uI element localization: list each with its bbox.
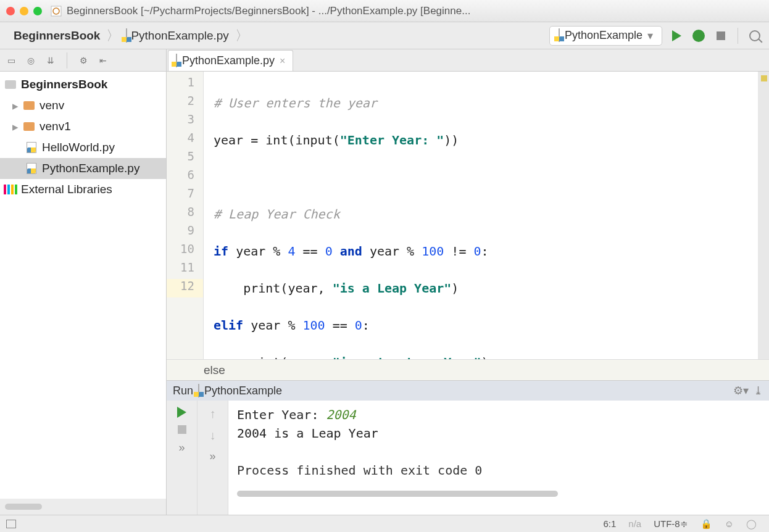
tree-item-venv[interactable]: ▸ venv bbox=[0, 95, 166, 116]
project-tree[interactable]: BeginnersBook ▸ venv ▸ venv1 HelloWorld.… bbox=[0, 72, 166, 499]
line-number: 11 bbox=[167, 260, 203, 279]
feedback-icon[interactable]: ◯ bbox=[740, 518, 763, 530]
code-token: ( bbox=[333, 133, 340, 148]
window-title: BeginnersBook [~/PycharmProjects/Beginne… bbox=[67, 5, 470, 17]
project-sidebar: ▭ ◎ ⇊ ⚙ ⇤ BeginnersBook ▸ venv ▸ venv1 bbox=[0, 49, 167, 515]
code-token: == bbox=[325, 318, 355, 333]
tree-item-label: venv1 bbox=[39, 120, 71, 133]
console-line bbox=[237, 443, 760, 461]
tree-item-pythonexample[interactable]: PythonExample.py bbox=[0, 158, 166, 179]
editor-marker-strip[interactable] bbox=[758, 72, 769, 359]
folder-icon bbox=[22, 122, 36, 131]
line-gutter: 1 2 3 4 5 6 7 8 9 10 11 12 bbox=[167, 72, 204, 359]
run-panel-body: » ↑ ↓ » Enter Year: 2004 2004 is a Leap … bbox=[167, 401, 769, 515]
more-button[interactable]: » bbox=[178, 441, 185, 454]
code-token: year % bbox=[228, 244, 288, 259]
stop-icon bbox=[717, 31, 725, 40]
line-separator[interactable]: n/a bbox=[622, 518, 647, 529]
code-token: != bbox=[444, 244, 473, 259]
more-button[interactable]: » bbox=[209, 450, 215, 463]
editor-tabs: PythonExample.py × bbox=[167, 49, 769, 72]
console-text: Process finished with exit code 0 bbox=[237, 463, 482, 478]
sort-icon: ≑ bbox=[680, 518, 688, 529]
run-panel-left-toolbar: » bbox=[167, 401, 197, 515]
zoom-window-button[interactable] bbox=[33, 7, 42, 15]
editor-area: PythonExample.py × 1 2 3 4 5 6 7 8 9 10 … bbox=[167, 49, 769, 515]
expand-arrow-icon[interactable]: ▸ bbox=[12, 120, 22, 134]
tree-item-helloworld[interactable]: HelloWorld.py bbox=[0, 137, 166, 158]
code-content[interactable]: # User enters the year year = int(input(… bbox=[204, 72, 758, 359]
code-token: elif bbox=[214, 318, 243, 333]
code-token: == bbox=[295, 244, 325, 259]
horizontal-scrollbar[interactable] bbox=[5, 504, 42, 510]
collapse-icon[interactable]: ⇊ bbox=[44, 54, 57, 67]
breadcrumb: BeginnersBook 〉 PythonExample.py 〉 bbox=[6, 27, 549, 45]
line-number: 2 bbox=[167, 94, 203, 112]
breadcrumb-file-label: PythonExample.py bbox=[131, 29, 228, 43]
console-line: 2004 is a Leap Year bbox=[237, 424, 760, 443]
up-arrow-icon[interactable]: ↑ bbox=[210, 407, 216, 421]
bug-icon bbox=[692, 30, 705, 42]
horizontal-scrollbar[interactable] bbox=[237, 491, 558, 497]
hide-icon[interactable]: ⇤ bbox=[97, 54, 109, 67]
close-tab-button[interactable]: × bbox=[280, 56, 285, 67]
editor-tab-label: PythonExample.py bbox=[182, 54, 275, 67]
encoding-selector[interactable]: UTF-8≑ bbox=[647, 518, 694, 530]
console-text: Enter Year: bbox=[237, 407, 326, 422]
run-config-label: PythonExample bbox=[565, 29, 642, 42]
gear-icon[interactable]: ⚙ bbox=[77, 54, 89, 67]
run-button[interactable] bbox=[668, 28, 684, 44]
download-icon[interactable]: ⤓ bbox=[754, 384, 763, 397]
stop-button[interactable] bbox=[713, 28, 729, 44]
tree-item-label: External Libraries bbox=[21, 183, 112, 196]
toolbar-right: PythonExample ▾ bbox=[549, 26, 763, 46]
code-token: int bbox=[265, 133, 288, 148]
tree-root[interactable]: BeginnersBook bbox=[0, 74, 166, 95]
breadcrumb-project[interactable]: BeginnersBook bbox=[6, 28, 104, 44]
tool-windows-button[interactable] bbox=[6, 520, 16, 528]
gear-icon[interactable]: ⚙▾ bbox=[733, 384, 749, 397]
inspector-icon[interactable]: ☺ bbox=[718, 518, 740, 529]
project-view-icon[interactable]: ▭ bbox=[5, 54, 17, 67]
expand-arrow-icon[interactable]: ▸ bbox=[12, 99, 22, 113]
tree-external-libraries[interactable]: External Libraries bbox=[0, 179, 166, 200]
chevron-right-icon: 〉 bbox=[104, 27, 122, 45]
window-controls bbox=[6, 7, 42, 15]
console-line: Process finished with exit code 0 bbox=[237, 461, 760, 480]
down-arrow-icon[interactable]: ↓ bbox=[210, 428, 216, 443]
line-number: 9 bbox=[167, 223, 203, 242]
divider bbox=[67, 52, 67, 69]
divider bbox=[738, 28, 738, 44]
close-window-button[interactable] bbox=[6, 7, 15, 15]
breadcrumb-project-label: BeginnersBook bbox=[14, 29, 100, 43]
line-number: 4 bbox=[167, 131, 203, 149]
tree-item-venv1[interactable]: ▸ venv1 bbox=[0, 116, 166, 137]
folder-icon bbox=[22, 101, 36, 110]
caret-position[interactable]: 6:1 bbox=[597, 518, 622, 529]
stop-run-button[interactable] bbox=[178, 425, 186, 434]
code-token: 100 bbox=[422, 244, 444, 259]
rerun-button[interactable] bbox=[177, 407, 186, 418]
run-config-selector[interactable]: PythonExample ▾ bbox=[549, 26, 662, 46]
code-token: 4 bbox=[288, 244, 295, 259]
warning-marker[interactable] bbox=[761, 75, 767, 81]
line-number: 8 bbox=[167, 205, 203, 223]
python-file-icon bbox=[198, 384, 199, 397]
code-token: year = bbox=[214, 133, 265, 148]
minimize-window-button[interactable] bbox=[20, 7, 28, 15]
editor-breadcrumb-label[interactable]: else bbox=[204, 364, 225, 377]
debug-button[interactable] bbox=[691, 28, 707, 44]
editor-breadcrumb: else bbox=[167, 359, 769, 380]
lock-icon[interactable]: 🔒 bbox=[694, 518, 718, 530]
editor-tab[interactable]: PythonExample.py × bbox=[168, 50, 293, 71]
target-icon[interactable]: ◎ bbox=[25, 54, 37, 67]
code-editor[interactable]: 1 2 3 4 5 6 7 8 9 10 11 12 # User enters… bbox=[167, 72, 769, 359]
breadcrumb-file[interactable]: PythonExample.py bbox=[122, 28, 232, 44]
encoding-label: UTF-8 bbox=[654, 518, 680, 529]
code-token: : bbox=[362, 318, 370, 333]
console-output[interactable]: Enter Year: 2004 2004 is a Leap Year Pro… bbox=[228, 401, 769, 515]
code-token: "is a Leap Year" bbox=[333, 281, 452, 296]
tree-item-label: venv bbox=[39, 99, 64, 112]
search-button[interactable] bbox=[747, 28, 763, 44]
status-bar: 6:1 n/a UTF-8≑ 🔒 ☺ ◯ bbox=[0, 515, 769, 532]
